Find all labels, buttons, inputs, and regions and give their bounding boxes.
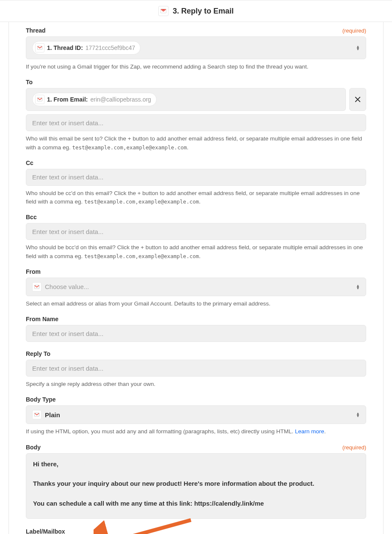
body-label: Body [26,444,41,451]
cc-field: Cc Enter text or insert data... Who shou… [26,160,366,206]
thread-input[interactable]: 1. Thread ID: 17721ccc5ef9bc47 ▲▼ [26,36,366,59]
from-name-input[interactable]: Enter text or insert data... [26,325,366,342]
cc-placeholder: Enter text or insert data... [32,173,360,181]
bcc-label: Bcc [26,214,37,220]
chevron-updown-icon: ▲▼ [356,284,360,289]
gmail-icon [35,95,44,104]
gmail-icon [35,43,44,52]
from-name-label: From Name [26,316,58,322]
bcc-placeholder: Enter text or insert data... [32,228,360,235]
cc-label: Cc [26,160,33,166]
reply-to-help: Specify a single reply address other tha… [26,380,366,388]
from-field: From Choose value... ▲▼ Select an email … [26,268,366,308]
chevron-updown-icon: ▲▼ [356,45,360,50]
to-placeholder: Enter text or insert data... [32,119,360,127]
to-field: To 1. From Email: erin@calliopebrass.org [26,79,366,152]
bcc-input[interactable]: Enter text or insert data... [26,223,366,240]
step-header: 3. Reply to Email [0,0,392,22]
gmail-icon [32,410,41,419]
to-pill[interactable]: 1. From Email: erin@calliopebrass.org [32,93,157,106]
body-field: Body (required) Hi there, Thanks your yo… [26,444,366,519]
to-label: To [26,79,33,85]
to-remove-button[interactable] [349,88,366,111]
gmail-icon [158,6,168,16]
thread-required: (required) [342,28,366,34]
from-name-placeholder: Enter text or insert data... [32,330,360,337]
thread-pill-label: 1. Thread ID: [47,44,83,51]
thread-field: Thread (required) 1. Thread ID: 17721ccc… [26,27,366,71]
to-pill-label: 1. From Email: [47,96,88,103]
thread-pill-value: 17721ccc5ef9bc47 [86,44,135,51]
from-help: Select an email address or alias from yo… [26,300,366,308]
reply-to-field: Reply To Enter text or insert data... Sp… [26,350,366,388]
from-select[interactable]: Choose value... ▲▼ [26,278,366,296]
reply-to-placeholder: Enter text or insert data... [32,365,360,372]
step-title: 3. Reply to Email [173,7,234,16]
body-type-value: Plain [45,411,60,418]
body-type-help: If using the HTML option, you must add a… [26,427,366,436]
body-type-label: Body Type [26,396,56,403]
thread-pill[interactable]: 1. Thread ID: 17721ccc5ef9bc47 [32,41,141,55]
label-mailbox-label: Label/Mailbox [26,528,65,534]
body-type-field: Body Type Plain ▲▼ If using the HTML opt… [26,396,366,436]
bcc-help: Who should be bcc'd on this email? Click… [26,243,366,261]
body-line-3: You can schedule a call with me any time… [33,499,359,509]
bcc-field: Bcc Enter text or insert data... Who sho… [26,214,366,261]
thread-label: Thread [26,27,46,34]
to-input-2[interactable]: Enter text or insert data... [26,114,366,131]
from-placeholder: Choose value... [45,283,353,290]
learn-more-link[interactable]: Learn more [295,428,324,435]
cc-input[interactable]: Enter text or insert data... [26,169,366,186]
form-content: Thread (required) 1. Thread ID: 17721ccc… [8,22,384,534]
close-icon [354,96,362,103]
body-line-2: Thanks your your inquiry about our new p… [33,479,359,489]
from-name-field: From Name Enter text or insert data... [26,316,366,342]
reply-to-input[interactable]: Enter text or insert data... [26,360,366,377]
chevron-updown-icon: ▲▼ [356,412,360,417]
gmail-icon [32,282,41,292]
body-required: (required) [342,444,366,451]
label-mailbox-field: Label/Mailbox Contacted Leads ▲▼ [26,528,366,534]
cc-help: Who should be cc'd on this email? Click … [26,189,366,206]
to-help: Who will this email be sent to? Click th… [26,135,366,152]
to-input-1[interactable]: 1. From Email: erin@calliopebrass.org [26,88,346,111]
to-pill-value: erin@calliopebrass.org [90,96,151,103]
body-line-1: Hi there, [33,460,359,469]
reply-to-label: Reply To [26,350,50,357]
body-type-select[interactable]: Plain ▲▼ [26,405,366,424]
body-textarea[interactable]: Hi there, Thanks your your inquiry about… [26,453,366,519]
from-label: From [26,268,41,275]
thread-help: If you're not using a Gmail trigger for … [26,63,366,71]
